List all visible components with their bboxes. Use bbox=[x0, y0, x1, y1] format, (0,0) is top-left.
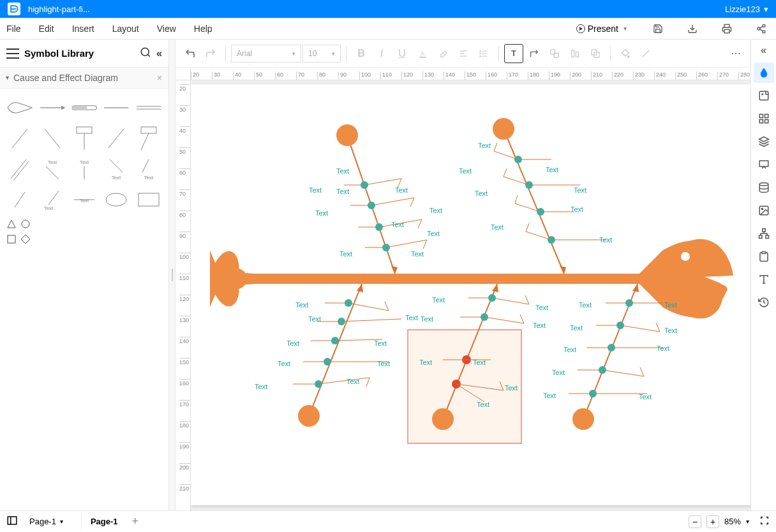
bone-label[interactable]: Text bbox=[570, 324, 583, 332]
bone-label[interactable]: Text bbox=[664, 327, 677, 334]
menu-edit[interactable]: Edit bbox=[39, 24, 54, 34]
bone-label[interactable]: Text bbox=[336, 188, 349, 195]
presentation-button[interactable] bbox=[754, 154, 774, 175]
shape-diag-line2[interactable] bbox=[38, 126, 65, 151]
menu-layout[interactable]: Layout bbox=[112, 24, 139, 34]
shape-ellipse[interactable] bbox=[103, 187, 130, 212]
shape-double-diag[interactable] bbox=[6, 156, 33, 182]
fill-button[interactable] bbox=[616, 44, 635, 63]
more-button[interactable]: ⋯ bbox=[726, 44, 745, 63]
top-bone-2[interactable] bbox=[493, 118, 606, 274]
bone-label[interactable]: Text bbox=[599, 236, 612, 244]
bone-label[interactable]: Text bbox=[664, 301, 677, 309]
line-style-button[interactable] bbox=[636, 44, 655, 63]
shape-bone-text3[interactable]: Text bbox=[103, 156, 130, 182]
align-objects-button[interactable] bbox=[565, 44, 585, 63]
shape-circle[interactable] bbox=[20, 219, 31, 232]
bone-label[interactable]: Text bbox=[309, 186, 322, 194]
print-icon[interactable] bbox=[719, 20, 735, 37]
close-icon[interactable]: × bbox=[157, 73, 162, 83]
bone-label[interactable]: Text bbox=[421, 315, 433, 323]
picture-button[interactable] bbox=[754, 200, 774, 221]
list-button[interactable] bbox=[474, 44, 493, 63]
fish-spine[interactable] bbox=[210, 239, 733, 319]
redo-button[interactable] bbox=[201, 44, 220, 63]
bone-label[interactable]: Text bbox=[315, 209, 328, 217]
bone-label[interactable]: Text bbox=[475, 189, 488, 197]
font-size-dropdown[interactable]: 10▾ bbox=[302, 45, 341, 63]
bone-label[interactable]: Text bbox=[340, 250, 352, 258]
menu-file[interactable]: File bbox=[6, 24, 21, 34]
text-color-button[interactable]: A bbox=[413, 44, 432, 63]
bone-label[interactable]: Text bbox=[505, 384, 518, 392]
bone-label[interactable]: Text bbox=[411, 250, 424, 258]
database-button[interactable] bbox=[754, 177, 774, 198]
arrange-button[interactable] bbox=[586, 44, 605, 63]
library-menu-icon[interactable] bbox=[6, 48, 19, 59]
bone-label[interactable]: Text bbox=[429, 207, 442, 214]
shape-diag-short[interactable] bbox=[6, 187, 33, 212]
category-header[interactable]: ▸ Cause and Effect Diagram × bbox=[0, 68, 168, 89]
connector-button[interactable] bbox=[525, 44, 544, 63]
shape-diamond[interactable] bbox=[20, 234, 31, 247]
shape-diag-line3[interactable] bbox=[103, 126, 130, 151]
shape-bone-text2[interactable]: Text bbox=[71, 156, 98, 182]
page-canvas[interactable]: TextTextTextTextTextTextTextTextTextText… bbox=[191, 84, 750, 505]
save-icon[interactable] bbox=[650, 20, 666, 37]
bone-label[interactable]: Text bbox=[377, 360, 390, 367]
shape-bone-text1[interactable]: Text bbox=[38, 156, 65, 182]
shape-rect[interactable] bbox=[135, 187, 162, 212]
bone-label[interactable]: Text bbox=[427, 230, 440, 237]
shape-double-line[interactable] bbox=[135, 95, 162, 121]
history-button[interactable] bbox=[754, 292, 774, 313]
shape-category-box[interactable] bbox=[71, 126, 98, 151]
bone-label[interactable]: Text bbox=[419, 358, 432, 366]
bottom-bone-1[interactable] bbox=[293, 284, 401, 427]
bone-label[interactable]: Text bbox=[574, 186, 586, 194]
bone-label[interactable]: Text bbox=[639, 393, 652, 401]
shape-progress-bar[interactable] bbox=[71, 95, 98, 121]
page-dropdown[interactable]: Page-1 ▾ bbox=[24, 514, 68, 529]
bone-label[interactable]: Text bbox=[432, 296, 445, 304]
undo-button[interactable] bbox=[181, 44, 200, 63]
bone-label[interactable]: Text bbox=[295, 301, 308, 309]
add-page-button[interactable]: + bbox=[127, 512, 144, 531]
outline-icon[interactable] bbox=[6, 515, 18, 528]
shape-square[interactable] bbox=[6, 234, 17, 247]
bone-label[interactable]: Text bbox=[478, 142, 491, 149]
align-panel-button[interactable] bbox=[754, 269, 774, 290]
bone-label[interactable]: Text bbox=[546, 166, 558, 174]
fishbone-diagram[interactable] bbox=[191, 84, 750, 505]
present-button[interactable]: Present ▾ bbox=[571, 21, 632, 36]
bone-label[interactable]: Text bbox=[535, 304, 548, 311]
bone-label[interactable]: Text bbox=[374, 339, 387, 347]
text-tool-button[interactable]: T bbox=[504, 44, 523, 63]
fullscreen-icon[interactable] bbox=[759, 515, 770, 528]
zoom-in-button[interactable]: + bbox=[706, 515, 719, 528]
menu-insert[interactable]: Insert bbox=[72, 24, 94, 34]
bone-label[interactable]: Text bbox=[477, 401, 489, 408]
bone-label[interactable]: Text bbox=[278, 360, 290, 367]
bone-label[interactable]: Text bbox=[287, 339, 299, 347]
bone-label[interactable]: Text bbox=[347, 378, 359, 385]
bone-label[interactable]: Text bbox=[391, 221, 404, 228]
highlight-button[interactable] bbox=[433, 44, 452, 63]
underline-button[interactable]: U bbox=[392, 44, 412, 63]
bone-label[interactable]: Text bbox=[308, 315, 321, 323]
share-icon[interactable] bbox=[753, 20, 770, 37]
shape-text-diag[interactable]: Text bbox=[38, 187, 65, 212]
panel-resize-handle[interactable] bbox=[169, 40, 175, 510]
shape-text-line[interactable]: Text bbox=[71, 187, 98, 212]
search-icon[interactable] bbox=[140, 47, 151, 61]
canvas-scroll[interactable]: TextTextTextTextTextTextTextTextTextText… bbox=[191, 80, 750, 510]
italic-button[interactable]: I bbox=[372, 44, 391, 63]
zoom-out-button[interactable]: − bbox=[689, 515, 701, 528]
shape-bone-text4[interactable]: Text bbox=[135, 156, 162, 182]
shape-diag-line[interactable] bbox=[6, 126, 33, 151]
align-button[interactable] bbox=[454, 44, 473, 63]
bone-label[interactable]: Text bbox=[336, 167, 349, 175]
bone-label[interactable]: Text bbox=[552, 369, 565, 376]
bone-label[interactable]: Text bbox=[255, 383, 267, 390]
bone-label[interactable]: Text bbox=[491, 223, 504, 231]
bone-label[interactable]: Text bbox=[395, 186, 408, 194]
